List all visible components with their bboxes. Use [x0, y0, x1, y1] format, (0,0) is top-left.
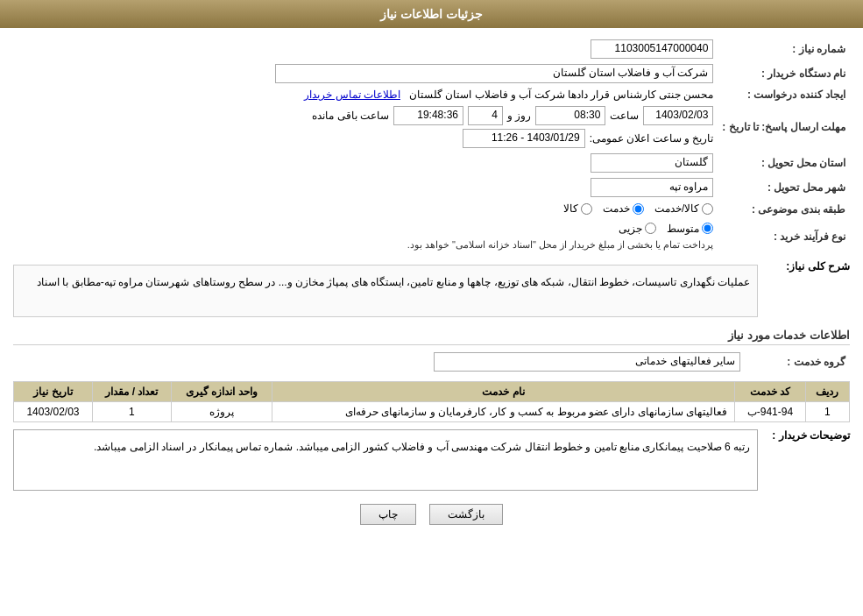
buyer-desc-value: رتبه 6 صلاحیت پیمانکاری منابع تامین و خط…	[13, 429, 758, 491]
col-code: کد خدمت	[734, 382, 805, 402]
main-content: شماره نیاز : 1103005147000040 نام دستگاه…	[0, 28, 863, 547]
radio-khadamat-label: خدمت	[603, 202, 630, 215]
page-title: جزئیات اطلاعات نیاز	[380, 7, 483, 21]
buyer-desc-container: رتبه 6 صلاحیت پیمانکاری منابع تامین و خط…	[13, 429, 758, 491]
button-row: بازگشت چاپ	[13, 504, 850, 538]
back-button[interactable]: بازگشت	[429, 504, 503, 525]
row-name-dastgah: نام دستگاه خریدار : شرکت آب و فاضلاب است…	[13, 61, 850, 86]
row-ijad: ایجاد کننده درخواست : محسن جنتی کارشناس …	[13, 86, 850, 103]
services-table-header-row: ردیف کد خدمت نام خدمت واحد اندازه گیری ت…	[14, 382, 850, 402]
radio-jozyi-label: جزیی	[619, 223, 642, 235]
radio-kala-item: کالا	[563, 202, 592, 215]
tabaqe-label: طبقه بندی موضوعی :	[718, 200, 850, 220]
radio-motavaset-item: متوسط	[667, 223, 713, 235]
group-label: گروه خدمت :	[745, 350, 850, 374]
radio-kala-khadamat-item: کالا/خدمت	[654, 202, 713, 215]
sharh-row: شرح کلی نیاز: عملیات نگهداری تاسیسات، خط…	[13, 260, 850, 322]
ostan-input[interactable]: گلستان	[591, 153, 713, 173]
radio-motavaset-label: متوسط	[667, 223, 699, 235]
cell-code: 941-94-ب	[734, 402, 805, 422]
mande-input[interactable]: 19:48:36	[393, 106, 463, 125]
farayand-cell: متوسط جزیی پرداخت تمام یا بخشی از مبلغ خ…	[13, 220, 718, 254]
tabaqe-cell: کالا/خدمت خدمت کالا	[13, 200, 718, 220]
mohlat-label: مهلت ارسال پاسخ: تا تاریخ :	[718, 103, 850, 151]
farayand-note: پرداخت تمام یا بخشی از مبلغ خریدار از مح…	[18, 239, 713, 251]
radio-jozyi-item: جزیی	[619, 223, 656, 235]
radio-kala[interactable]	[581, 203, 592, 215]
rooz-input[interactable]: 4	[468, 106, 503, 125]
row-ostan: استان محل تحویل : گلستان	[13, 151, 850, 175]
ijad-cell: محسن جنتی کارشناس قرار دادها شرکت آب و ف…	[13, 86, 718, 103]
farayand-radio-group: متوسط جزیی	[619, 223, 713, 235]
radio-kala-label: کالا	[563, 202, 578, 215]
radio-khadamat-item: خدمت	[603, 202, 644, 215]
row-shmare-niaz: شماره نیاز : 1103005147000040	[13, 37, 850, 61]
shmare-niaz-input[interactable]: 1103005147000040	[591, 39, 713, 59]
saat-input[interactable]: 08:30	[535, 106, 605, 125]
mande-label: ساعت باقی مانده	[312, 110, 389, 122]
ijad-label: ایجاد کننده درخواست :	[718, 86, 850, 103]
row-shahr: شهر محل تحویل : مراوه تپه	[13, 175, 850, 200]
khadamat-info-table: گروه خدمت : سایر فعالیتهای خدماتی	[13, 350, 850, 374]
print-button[interactable]: چاپ	[360, 504, 416, 525]
row-group: گروه خدمت : سایر فعالیتهای خدماتی	[13, 350, 850, 374]
services-table-head: ردیف کد خدمت نام خدمت واحد اندازه گیری ت…	[14, 382, 850, 402]
sharh-container: عملیات نگهداری تاسیسات، خطوط انتقال، شبک…	[13, 260, 758, 322]
shmare-niaz-value: 1103005147000040	[13, 37, 718, 61]
cell-tedad: 1	[92, 402, 171, 422]
cell-radif: 1	[805, 402, 849, 422]
rooz-label: روز و	[507, 110, 531, 122]
radio-kala-khadamat-label: کالا/خدمت	[654, 202, 699, 215]
row-tabaqe: طبقه بندی موضوعی : کالا/خدمت خدمت	[13, 200, 850, 220]
group-cell: سایر فعالیتهای خدماتی	[13, 350, 745, 374]
radio-motavaset[interactable]	[702, 223, 713, 234]
tabaqe-radio-group: کالا/خدمت خدمت کالا	[563, 202, 713, 215]
cell-vahed: پروژه	[171, 402, 272, 422]
col-name: نام خدمت	[272, 382, 734, 402]
shahr-cell: مراوه تپه	[13, 175, 718, 200]
radio-jozyi[interactable]	[645, 223, 656, 234]
radio-kala-khadamat[interactable]	[702, 203, 713, 215]
sharh-label: شرح کلی نیاز:	[762, 260, 850, 273]
cell-tarikh: 1403/02/03	[14, 402, 93, 422]
row-farayand: نوع فرآیند خرید : متوسط جزیی پرداخت تمام…	[13, 220, 850, 254]
tarikh-label: تاریخ و ساعت اعلان عمومی:	[590, 132, 714, 145]
cell-name: فعالیتهای سازمانهای دارای عضو مربوط به ک…	[272, 402, 734, 422]
page-header: جزئیات اطلاعات نیاز	[0, 0, 863, 28]
buyer-desc-row: توضیحات خریدار : رتبه 6 صلاحیت پیمانکاری…	[13, 429, 850, 491]
date-input[interactable]: 1403/02/03	[643, 106, 713, 125]
services-table: ردیف کد خدمت نام خدمت واحد اندازه گیری ت…	[13, 381, 850, 422]
shahr-input[interactable]: مراوه تپه	[591, 178, 713, 197]
info-table: شماره نیاز : 1103005147000040 نام دستگاه…	[13, 37, 850, 253]
col-radif: ردیف	[805, 382, 849, 402]
row-mohlat: مهلت ارسال پاسخ: تا تاریخ : 1403/02/03 س…	[13, 103, 850, 151]
name-dastgah-label: نام دستگاه خریدار :	[718, 61, 850, 86]
radio-khadamat[interactable]	[633, 203, 644, 215]
farayand-label: نوع فرآیند خرید :	[718, 220, 850, 254]
khadamat-section-title: اطلاعات خدمات مورد نیاز	[13, 329, 850, 345]
buyer-desc-label: توضیحات خریدار :	[762, 429, 850, 442]
ostan-cell: گلستان	[13, 151, 718, 175]
page-container: جزئیات اطلاعات نیاز شماره نیاز : 1103005…	[0, 0, 863, 616]
table-row: 1 941-94-ب فعالیتهای سازمانهای دارای عضو…	[14, 402, 850, 422]
ostan-label: استان محل تحویل :	[718, 151, 850, 175]
col-tarikh: تاریخ نیاز	[14, 382, 93, 402]
shahr-label: شهر محل تحویل :	[718, 175, 850, 200]
col-tedad: تعداد / مقدار	[92, 382, 171, 402]
name-dastgah-input: شرکت آب و فاضلاب استان گلستان	[275, 64, 713, 83]
saat-label: ساعت	[610, 110, 639, 122]
group-input[interactable]: سایر فعالیتهای خدماتی	[434, 352, 740, 372]
col-vahed: واحد اندازه گیری	[171, 382, 272, 402]
tarikh-input[interactable]: 1403/01/29 - 11:26	[463, 129, 585, 148]
services-table-body: 1 941-94-ب فعالیتهای سازمانهای دارای عضو…	[14, 402, 850, 422]
sharh-value: عملیات نگهداری تاسیسات، خطوط انتقال، شبک…	[13, 265, 758, 317]
ijad-link[interactable]: اطلاعات تماس خریدار	[304, 89, 400, 101]
mohlat-cell: 1403/02/03 ساعت 08:30 روز و 4 19:48:36 س…	[13, 103, 718, 151]
name-dastgah-value: شرکت آب و فاضلاب استان گلستان	[13, 61, 718, 86]
ijad-value: محسن جنتی کارشناس قرار دادها شرکت آب و ف…	[409, 89, 713, 101]
shmare-niaz-label: شماره نیاز :	[718, 37, 850, 61]
